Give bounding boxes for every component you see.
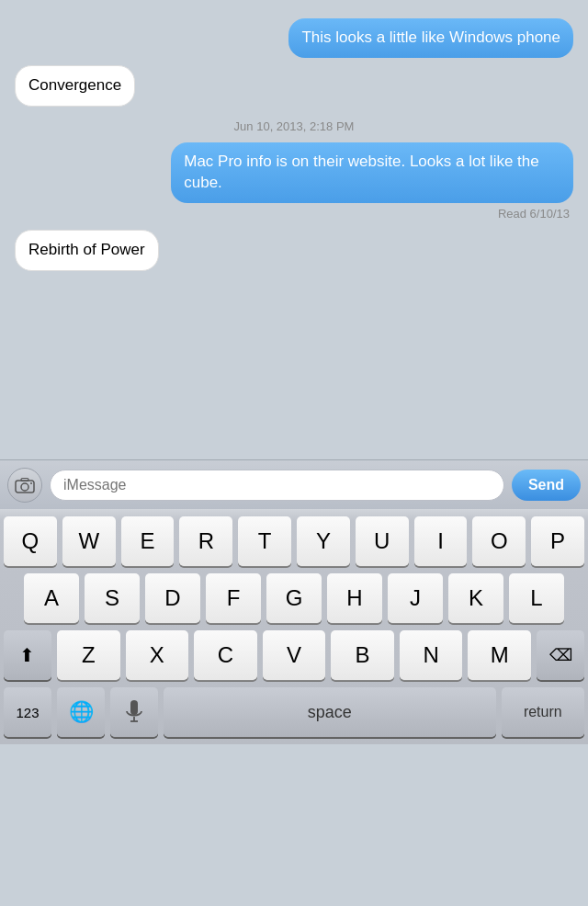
key-x[interactable]: X [126,630,189,680]
key-z[interactable]: Z [57,630,120,680]
message-timestamp: Jun 10, 2013, 2:18 PM [15,119,573,133]
key-d[interactable]: D [145,573,200,623]
message-text: Rebirth of Power [28,241,145,258]
key-l[interactable]: L [509,573,564,623]
key-a[interactable]: A [24,573,79,623]
read-receipt: Read 6/10/13 [15,207,573,221]
key-n[interactable]: N [400,630,463,680]
shift-icon: ⬆ [19,644,35,666]
input-bar: Send [0,459,588,509]
message-text: Convergence [28,76,121,94]
key-m[interactable]: M [468,630,531,680]
message-text: This looks a little like Windows phone [301,28,560,46]
microphone-key[interactable] [110,687,158,737]
key-g[interactable]: G [266,573,322,623]
key-w[interactable]: W [62,516,116,566]
globe-icon: 🌐 [69,700,94,724]
space-key[interactable]: space [164,687,496,737]
numbers-key[interactable]: 123 [4,687,51,737]
key-s[interactable]: S [85,573,140,623]
svg-point-3 [30,482,32,484]
microphone-icon [124,699,144,725]
camera-icon [15,477,35,493]
key-j[interactable]: J [388,573,443,623]
key-p[interactable]: P [531,516,584,566]
key-v[interactable]: V [263,630,326,680]
key-t[interactable]: T [238,516,291,566]
message-input[interactable] [50,470,504,501]
svg-rect-2 [21,478,28,481]
camera-button[interactable] [7,468,42,503]
delete-key[interactable]: ⌫ [537,630,584,680]
svg-rect-4 [130,700,138,715]
send-button[interactable]: Send [512,470,581,501]
return-key[interactable]: return [502,687,584,737]
message-bubble-incoming-2: Rebirth of Power [15,230,159,271]
svg-point-1 [21,483,28,491]
keyboard: Q W E R T Y U I O P A S D F G H J K L ⬆ … [0,509,588,744]
key-e[interactable]: E [121,516,175,566]
keyboard-row-1: Q W E R T Y U I O P [0,516,588,566]
key-o[interactable]: O [472,516,526,566]
shift-key[interactable]: ⬆ [4,630,51,680]
message-bubble-outgoing-1: This looks a little like Windows phone [288,18,573,58]
key-u[interactable]: U [356,516,409,566]
delete-icon: ⌫ [549,645,572,665]
key-h[interactable]: H [327,573,382,623]
globe-key[interactable]: 🌐 [57,687,105,737]
keyboard-row-2: A S D F G H J K L [0,573,588,623]
key-c[interactable]: C [194,630,257,680]
key-f[interactable]: F [206,573,261,623]
key-b[interactable]: B [331,630,394,680]
message-bubble-outgoing-2: Mac Pro info is on their website. Looks … [171,142,573,203]
key-i[interactable]: I [414,516,468,566]
key-y[interactable]: Y [297,516,350,566]
key-q[interactable]: Q [4,516,57,566]
message-area: This looks a little like Windows phone C… [0,0,588,459]
keyboard-bottom-row: 123 🌐 space return [0,687,588,744]
keyboard-row-3: ⬆ Z X C V B N M ⌫ [0,630,588,680]
message-bubble-incoming-1: Convergence [15,65,135,107]
key-r[interactable]: R [179,516,232,566]
key-k[interactable]: K [448,573,503,623]
message-text: Mac Pro info is on their website. Looks … [184,153,538,191]
